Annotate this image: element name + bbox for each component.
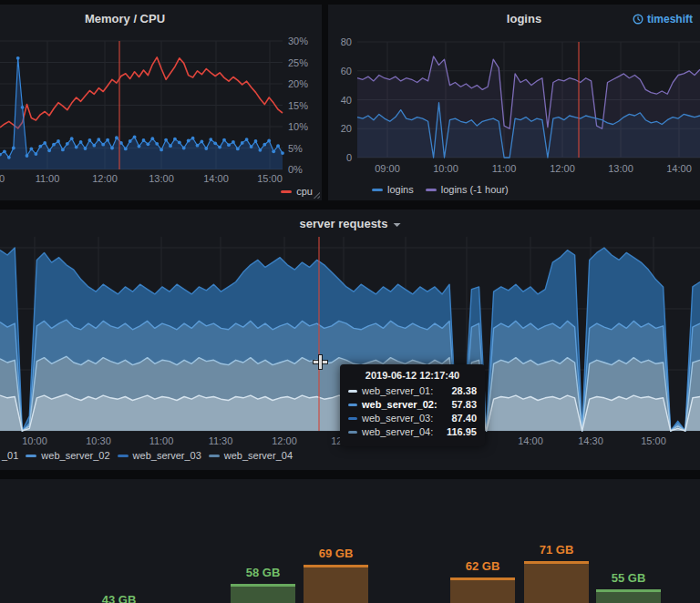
legend-item[interactable]: web_server_04 [209,450,293,461]
y-tick-label: 0% [288,164,303,175]
y-tick-label: 5% [288,143,303,154]
tooltip-row: web_server_04:116.95 [348,426,477,437]
y-tick-label: 20 [328,123,352,134]
bar-value-label: 58 GB [246,566,281,579]
legend-marker [26,455,36,457]
server-requests-legend: _01web_server_02web_server_03web_server_… [2,450,293,461]
y-tick-label: 10% [288,121,308,132]
legend-item[interactable]: _01 [2,450,18,461]
legend-label: web_server_02 [41,450,109,461]
tooltip-series-value: 87.40 [451,413,477,424]
panel-title-text: Memory / CPU [85,12,165,26]
bar-value-label: 69 GB [319,547,354,560]
legend-marker [426,189,437,191]
legend-item[interactable]: logins (-1 hour) [426,184,509,195]
tooltip-series-label: web_server_02: [362,399,438,410]
x-tick-label: 12:00 [272,435,297,446]
grafana-dashboard: Memory / CPU cpu 011:0012:0013:0014:0015… [0,0,700,603]
x-tick-label: 11:30 [209,435,233,446]
bar[interactable] [304,565,368,603]
legend-item[interactable]: web_server_03 [118,450,201,461]
x-tick-label: 15:00 [257,173,283,184]
memory-cpu-legend: cpu [281,186,313,197]
bar[interactable] [231,584,295,603]
bar-value-label: 43 GB [102,593,137,603]
tooltip-series-marker [348,390,357,393]
legend-item[interactable]: logins [372,184,414,195]
tooltip-rows: web_server_01:28.38web_server_02:57.83we… [348,385,477,437]
panel-title-logins[interactable]: logins [507,12,541,26]
tooltip-series-label: web_server_03: [362,413,433,424]
tooltip-series-label: web_server_01: [362,385,433,396]
legend-label: web_server_03 [133,450,201,461]
tooltip-row: web_server_03:87.40 [348,413,477,424]
bar-value-label: 71 GB [540,543,574,557]
x-tick-label: 12:00 [92,173,118,184]
tooltip-series-value: 28.38 [451,385,477,396]
x-tick-label: 15:00 [641,435,666,446]
panel-server-requests: server requests _01web_server_02web_serv… [0,210,700,470]
y-tick-label: 0 [328,152,352,163]
x-tick-label: 0 [0,173,5,184]
graph-tooltip: 2019-06-12 12:17:40 web_server_01:28.38w… [340,364,485,446]
legend-label: cpu [296,186,313,197]
tooltip-series-marker [348,404,357,406]
panel-title-text: logins [507,12,541,26]
x-tick-label: 11:00 [36,173,60,184]
panel-resize-handle[interactable] [313,191,320,199]
logins-legend: loginslogins (-1 hour) [372,184,509,195]
panel-disk-bars: 43 GB58 GB69 GB62 GB71 GB55 GB [0,479,700,603]
clock-icon [633,14,643,25]
x-tick-label: 14:00 [666,163,692,174]
chevron-down-icon [393,223,400,227]
panel-memory-cpu: Memory / CPU cpu 011:0012:0013:0014:0015… [0,5,322,200]
tooltip-series-label: web_server_04: [362,426,433,437]
legend-label: _01 [2,450,18,461]
panel-logins: logins timeshift loginslogins (-1 hour) … [328,5,700,200]
x-tick-label: 11:00 [492,163,517,174]
panel-title-server-requests[interactable]: server requests [300,217,401,230]
bar[interactable] [524,561,589,603]
x-tick-label: 10:00 [22,435,47,446]
bar[interactable] [596,589,661,603]
x-tick-label: 14:00 [518,435,543,446]
x-tick-label: 11:00 [149,435,174,446]
tooltip-row: web_server_02:57.83 [348,399,477,410]
y-tick-label: 40 [328,95,352,106]
x-tick-label: 12:00 [550,163,575,174]
legend-marker [281,190,292,193]
tooltip-series-marker [348,431,357,434]
tooltip-series-marker [348,417,357,420]
panel-title-text: server requests [300,217,388,230]
x-tick-label: 09:00 [375,163,400,174]
legend-item[interactable]: cpu [281,186,313,197]
y-tick-label: 30% [288,36,308,46]
y-tick-label: 80 [328,36,352,47]
timeshift-label: timeshift [647,13,693,26]
panel-title-memory-cpu[interactable]: Memory / CPU [85,12,165,26]
tooltip-timestamp: 2019-06-12 12:17:40 [348,370,477,381]
y-tick-label: 60 [328,66,352,77]
memory-cpu-chart[interactable] [0,5,322,200]
legend-label: web_server_04 [224,450,293,461]
legend-label: logins (-1 hour) [441,184,509,195]
legend-item[interactable]: web_server_02 [26,450,109,461]
y-tick-label: 15% [288,100,308,111]
y-tick-label: 25% [288,57,308,68]
bar-value-label: 55 GB [612,571,646,585]
legend-marker [372,189,383,191]
legend-marker [209,455,220,457]
tooltip-series-value: 57.83 [451,399,477,410]
bar-chart[interactable]: 43 GB58 GB69 GB62 GB71 GB55 GB [0,479,700,603]
x-tick-label: 14:00 [203,173,229,184]
x-tick-label: 10:30 [86,435,111,446]
x-tick-label: 14:30 [578,435,603,446]
legend-label: logins [387,184,414,195]
tooltip-series-value: 116.95 [447,426,477,437]
bar[interactable] [450,577,515,603]
x-tick-label: 13:00 [149,173,174,184]
x-tick-label: 13:00 [608,163,633,174]
timeshift-link[interactable]: timeshift [633,13,693,26]
tooltip-row: web_server_01:28.38 [348,385,477,396]
legend-marker [118,455,129,457]
